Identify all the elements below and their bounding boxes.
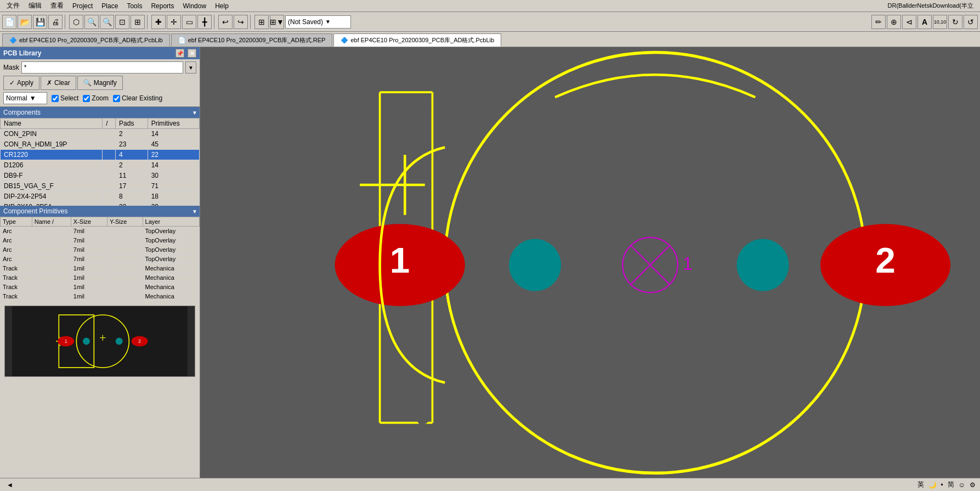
col-pads[interactable]: Pads [116,118,148,129]
primitives-section: Component Primitives ▼ Type Name / X-Siz… [0,206,200,301]
table-row[interactable]: DIP-2X4-2P54 8 18 [1,191,200,202]
pcb-canvas[interactable]: 1 1 2 [200,47,980,478]
zoom-checkbox-label[interactable]: Zoom [83,94,109,102]
status-gear[interactable]: ⚙ [970,481,976,489]
prim-layer: Mechanica [143,283,199,292]
tb-pencil[interactable]: ✏ [871,15,886,29]
tb-grid-toggle[interactable]: ⊞▼ [270,15,284,29]
menu-project[interactable]: Project [68,1,97,11]
clear-existing-checkbox-label[interactable]: Clear Existing [113,94,162,102]
tb-new[interactable]: 📄 [2,15,16,29]
prim-col-layer[interactable]: Layer [143,217,199,227]
tb-grid[interactable]: ⊞ [254,15,269,29]
select-checkbox[interactable] [52,95,59,102]
tb-select-box[interactable]: ▭ [182,15,196,29]
svg-rect-0 [12,306,188,376]
scroll-left-btn[interactable]: ◄ [4,479,15,490]
table-row[interactable]: CR1220 4 22 [1,150,200,160]
tb-zoom-in[interactable]: 🔍 [84,15,99,29]
components-scroll-btn[interactable]: ▼ [192,110,197,116]
tb-cross[interactable]: ✚ [151,15,166,29]
tb-zoom-out[interactable]: 🔍 [100,15,114,29]
tb-save[interactable]: 💾 [33,15,47,29]
tb-undo[interactable]: ↩ [218,15,233,29]
prim-col-ysize[interactable]: Y-Size [107,217,143,227]
panel-pin-btn[interactable]: 📌 [175,49,184,58]
tb-zoom-fit[interactable]: ⊡ [115,15,129,29]
tb-zoom-select[interactable]: ⊞ [131,15,145,29]
panel-close-btn[interactable]: ✕ [188,49,196,58]
col-name[interactable]: Name [1,118,103,129]
clear-button[interactable]: ✗ Clear [41,76,76,90]
menu-window[interactable]: Window [178,1,211,11]
tb-save-arrow: ▼ [325,19,331,25]
tb-coord[interactable]: 10,10 [933,15,947,29]
tb-print[interactable]: 🖨 [48,15,63,29]
zoom-checkbox[interactable] [83,95,90,102]
menu-view[interactable]: 查看 [46,0,68,12]
prim-xsize: 7mil [71,236,107,245]
preview-svg: 1 2 [5,306,195,376]
table-row[interactable]: CON_RA_HDMI_19P 23 45 [1,139,200,150]
menu-file[interactable]: 文件 [2,0,24,12]
menu-help[interactable]: Help [211,1,233,11]
components-table-container[interactable]: Name / Pads Primitives CON_2PIN 2 14 CON… [0,118,200,206]
apply-button[interactable]: ✓ Apply [3,76,39,90]
status-smiley[interactable]: ☺ [959,481,965,489]
mode-dropdown[interactable]: Normal ▼ [3,92,47,104]
tb-mirror[interactable]: ↺ [964,15,978,29]
menu-place[interactable]: Place [97,1,122,11]
list-item[interactable]: Track 1mil Mechanica [1,264,200,273]
table-row[interactable]: CON_2PIN 2 14 [1,129,200,139]
status-lang-en[interactable]: 英 [917,480,924,489]
list-item[interactable]: Arc 7mil TopOverlay [1,236,200,245]
clear-existing-checkbox[interactable] [113,95,120,102]
select-label: Select [60,94,78,102]
list-item[interactable]: Arc 7mil TopOverlay [1,227,200,236]
col-primitives[interactable]: Primitives [148,118,199,129]
prim-layer: TopOverlay [143,255,199,264]
tb-save-dropdown[interactable]: (Not Saved) ▼ [285,15,351,29]
table-row[interactable]: DIP-2X10_2P54 20 29 [1,202,200,206]
tb-cursor[interactable]: ⊲ [902,15,916,29]
mask-dropdown-btn[interactable]: ▼ [185,61,196,74]
prim-type: Track [1,273,32,283]
menu-tools[interactable]: Tools [122,1,146,11]
tb-redo[interactable]: ↪ [234,15,248,29]
tab-1[interactable]: 🔷 ebf EP4CE10 Pro_20200309_PCB库_AD格式.Pcb… [2,33,170,47]
prim-col-type[interactable]: Type [1,217,32,227]
table-row[interactable]: DB9-F 11 30 [1,171,200,181]
tb-layers[interactable]: ⬡ [69,15,83,29]
tb-rotate[interactable]: ↻ [948,15,962,29]
status-moon[interactable]: 🌙 [928,481,937,489]
col-sort[interactable]: / [103,118,116,129]
menu-reports[interactable]: Reports [146,1,178,11]
table-row[interactable]: DB15_VGA_S_F 17 71 [1,181,200,191]
list-item[interactable]: Arc 7mil TopOverlay [1,245,200,255]
tb-open[interactable]: 📂 [18,15,32,29]
tb-wire[interactable]: ╋ [197,15,212,29]
select-checkbox-label[interactable]: Select [52,94,78,102]
table-row[interactable]: D1206 2 14 [1,160,200,171]
list-item[interactable]: Arc 7mil TopOverlay [1,255,200,264]
tb-crosshair[interactable]: ⊕ [887,15,901,29]
list-item[interactable]: Track 1mil Mechanica [1,283,200,292]
tab-3[interactable]: 🔷 ebf EP4CE10 Pro_20200309_PCB库_AD格式.Pcb… [333,33,501,47]
status-dot: • [941,481,943,489]
prim-col-xsize[interactable]: X-Size [71,217,107,227]
magnify-button[interactable]: 🔍 Magnify [77,76,123,90]
tb-move[interactable]: ✛ [167,15,181,29]
tb-font[interactable]: A [917,15,932,29]
comp-sort [103,129,116,139]
mask-input[interactable] [21,61,183,74]
menu-edit[interactable]: 编辑 [24,0,46,12]
status-lang-cn[interactable]: 简 [948,480,954,489]
primitives-table-container[interactable]: Type Name / X-Size Y-Size Layer Arc 7mil… [0,217,200,301]
list-item[interactable]: Track 1mil Mechanica [1,292,200,301]
prim-name [32,255,71,264]
primitives-scroll-btn[interactable]: ▼ [192,208,197,215]
list-item[interactable]: Track 1mil Mechanica [1,273,200,283]
tab-2[interactable]: 📄 ebf EP4CE10 Pro_20200309_PCB库_AD格式.REP [171,33,333,47]
prim-col-name[interactable]: Name / [32,217,71,227]
zoom-label: Zoom [92,94,109,102]
